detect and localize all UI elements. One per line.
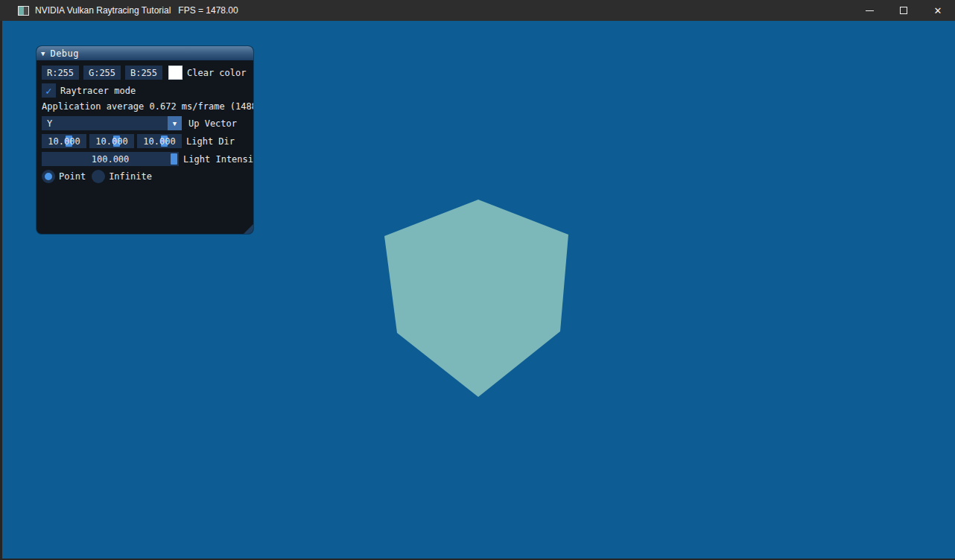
render-viewport[interactable]: ▼ Debug R:255 G:255 B:255 Clear color ✓ … xyxy=(0,21,955,560)
close-icon: ✕ xyxy=(934,6,942,16)
app-window: NVIDIA Vulkan Raytracing Tutorial FPS = … xyxy=(0,0,955,560)
debug-panel-title: Debug xyxy=(50,48,79,59)
minimize-button[interactable] xyxy=(852,0,886,21)
titlebar: NVIDIA Vulkan Raytracing Tutorial FPS = … xyxy=(0,0,955,21)
combo-arrow-button[interactable]: ▼ xyxy=(168,116,182,130)
radio-infinite[interactable] xyxy=(92,170,105,183)
slider-grab[interactable] xyxy=(171,153,177,165)
light-dir-row: 10.000 10.000 10.000 Light Dir xyxy=(42,134,253,148)
up-vector-value: Y xyxy=(42,118,52,129)
clear-color-label: Clear color xyxy=(187,68,246,78)
chevron-down-icon: ▼ xyxy=(173,120,177,127)
radio-point-label: Point xyxy=(59,171,86,182)
light-dir-z-slider[interactable]: 10.000 xyxy=(137,134,182,148)
light-intensity-label: Light Intensi xyxy=(183,154,253,165)
light-dir-label: Light Dir xyxy=(186,136,235,147)
close-button[interactable]: ✕ xyxy=(921,0,955,21)
app-icon xyxy=(18,6,29,16)
light-intensity-slider[interactable]: 100.000 xyxy=(42,152,179,166)
blue-value-button[interactable]: B:255 xyxy=(125,66,162,80)
raytracer-mode-checkbox[interactable]: ✓ xyxy=(42,83,56,98)
debug-panel-header[interactable]: ▼ Debug xyxy=(37,46,253,60)
window-controls: ✕ xyxy=(852,0,955,21)
light-dir-x-slider[interactable]: 10.000 xyxy=(42,134,86,148)
minimize-icon xyxy=(866,10,874,11)
up-vector-combo[interactable]: Y ▼ xyxy=(42,116,182,130)
radio-infinite-label: Infinite xyxy=(109,171,152,182)
debug-panel: ▼ Debug R:255 G:255 B:255 Clear color ✓ … xyxy=(37,46,253,234)
clear-color-swatch[interactable] xyxy=(168,66,183,80)
check-icon: ✓ xyxy=(45,86,51,96)
maximize-icon xyxy=(900,7,907,14)
light-dir-y-slider[interactable]: 10.000 xyxy=(89,134,134,148)
frame-stats-text: Application average 0.672 ms/frame (1488 xyxy=(42,101,253,112)
light-intensity-row: 100.000 Light Intensi xyxy=(42,152,253,166)
raytracer-mode-label: Raytracer mode xyxy=(60,86,136,96)
radio-point[interactable] xyxy=(42,170,55,183)
cube-render xyxy=(384,200,568,397)
window-title: NVIDIA Vulkan Raytracing Tutorial FPS = … xyxy=(35,5,238,16)
up-vector-label: Up Vector xyxy=(188,118,237,129)
green-value-button[interactable]: G:255 xyxy=(83,66,121,80)
raytracer-mode-row: ✓ Raytracer mode xyxy=(42,83,253,98)
clear-color-row: R:255 G:255 B:255 Clear color xyxy=(42,66,253,80)
maximize-button[interactable] xyxy=(886,0,921,21)
debug-panel-body: R:255 G:255 B:255 Clear color ✓ Raytrace… xyxy=(37,60,253,183)
collapse-arrow-icon: ▼ xyxy=(41,50,45,57)
red-value-button[interactable]: R:255 xyxy=(42,66,79,80)
light-type-row: Point Infinite xyxy=(42,170,253,183)
up-vector-row: Y ▼ Up Vector xyxy=(42,116,253,130)
